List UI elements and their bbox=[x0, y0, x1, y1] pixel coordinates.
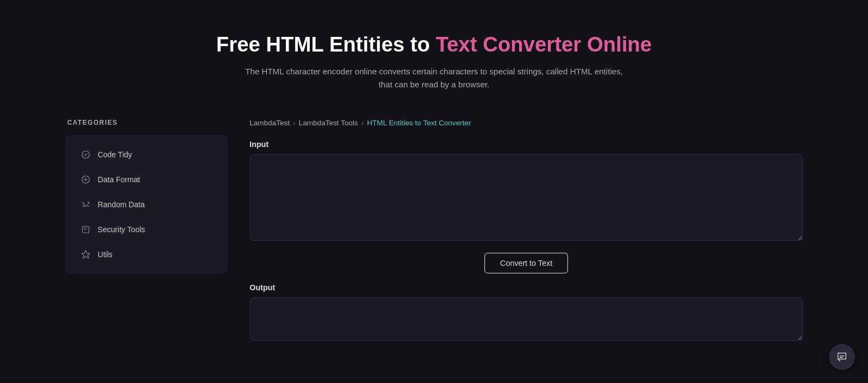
sidebar-item-label-random-data: Random Data bbox=[98, 200, 145, 209]
breadcrumb-sep-2: › bbox=[361, 119, 364, 127]
sidebar-item-random-data[interactable]: Random Data bbox=[69, 193, 224, 216]
sidebar-title: CATEGORIES bbox=[65, 119, 228, 126]
sidebar-item-label-data-format: Data Format bbox=[98, 175, 140, 184]
breadcrumb-current: HTML Entities to Text Converter bbox=[367, 119, 471, 127]
data-format-icon bbox=[80, 174, 91, 185]
main-layout: CATEGORIES Code Tidy bbox=[0, 119, 868, 343]
security-tools-icon bbox=[80, 224, 91, 235]
hero-subtitle: The HTML character encoder online conver… bbox=[239, 65, 629, 92]
sidebar-item-utils[interactable]: Utils bbox=[69, 242, 224, 266]
sidebar-card: Code Tidy Data Format bbox=[65, 135, 228, 274]
convert-row: Convert to Text bbox=[250, 253, 803, 273]
hero-section: Free HTML Entities to Text Converter Onl… bbox=[0, 0, 868, 119]
breadcrumb-sep-1: › bbox=[293, 119, 296, 127]
utils-icon bbox=[80, 249, 91, 260]
sidebar-item-code-tidy[interactable]: Code Tidy bbox=[69, 143, 224, 167]
chat-icon bbox=[836, 351, 848, 363]
sidebar: CATEGORIES Code Tidy bbox=[65, 119, 228, 274]
random-data-icon bbox=[80, 199, 91, 210]
hero-title: Free HTML Entities to Text Converter Onl… bbox=[11, 33, 857, 56]
svg-marker-3 bbox=[82, 250, 90, 258]
sidebar-item-data-format[interactable]: Data Format bbox=[69, 168, 224, 192]
hero-title-prefix: Free HTML Entities to bbox=[216, 33, 436, 56]
output-label: Output bbox=[250, 283, 803, 292]
breadcrumb-lambdatest-tools[interactable]: LambdaTest Tools bbox=[299, 119, 358, 127]
output-textarea[interactable] bbox=[250, 297, 803, 341]
hero-title-highlight: Text Converter Online bbox=[436, 33, 652, 56]
sidebar-item-label-utils: Utils bbox=[98, 250, 112, 259]
code-tidy-icon bbox=[80, 149, 91, 160]
sidebar-item-label-code-tidy: Code Tidy bbox=[98, 150, 132, 159]
convert-button[interactable]: Convert to Text bbox=[484, 253, 569, 273]
chat-bubble-button[interactable] bbox=[829, 344, 855, 370]
breadcrumb: LambdaTest › LambdaTest Tools › HTML Ent… bbox=[250, 119, 803, 127]
sidebar-item-label-security-tools: Security Tools bbox=[98, 225, 145, 234]
breadcrumb-lambdatest[interactable]: LambdaTest bbox=[250, 119, 290, 127]
input-label: Input bbox=[250, 140, 803, 149]
input-textarea[interactable] bbox=[250, 154, 803, 241]
sidebar-item-security-tools[interactable]: Security Tools bbox=[69, 218, 224, 241]
content-area: LambdaTest › LambdaTest Tools › HTML Ent… bbox=[250, 119, 803, 343]
